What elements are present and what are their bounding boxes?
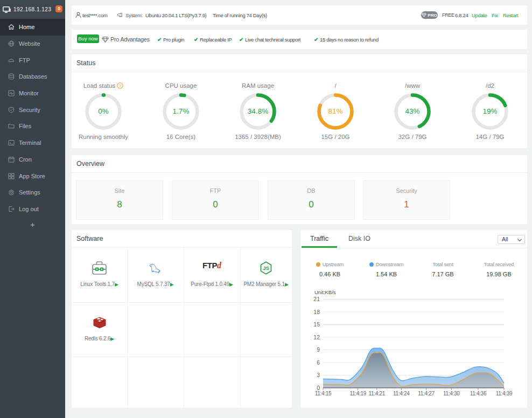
svg-text:11:4:27: 11:4:27 bbox=[418, 391, 435, 396]
svg-text:9: 9 bbox=[317, 346, 320, 353]
svg-text:11:4:30: 11:4:30 bbox=[443, 391, 460, 396]
svg-text:11:4:15: 11:4:15 bbox=[315, 391, 332, 396]
svg-text:11:4:19: 11:4:19 bbox=[349, 391, 366, 396]
svg-text:Unit:KB/s: Unit:KB/s bbox=[314, 289, 336, 295]
svg-text:12: 12 bbox=[313, 334, 320, 340]
svg-text:6: 6 bbox=[317, 359, 320, 366]
svg-text:?: ? bbox=[119, 83, 122, 88]
svg-text:11:4:24: 11:4:24 bbox=[393, 391, 410, 396]
svg-text:11:4:36: 11:4:36 bbox=[470, 391, 487, 396]
svg-text:11:4:21: 11:4:21 bbox=[369, 391, 386, 396]
svg-text:JS: JS bbox=[263, 265, 269, 271]
svg-text:15: 15 bbox=[313, 321, 320, 328]
svg-text:18: 18 bbox=[313, 309, 320, 315]
svg-text:21: 21 bbox=[313, 296, 320, 302]
svg-text:11:4:39: 11:4:39 bbox=[496, 391, 513, 396]
svg-text:3: 3 bbox=[317, 372, 320, 378]
svg-text:0: 0 bbox=[317, 385, 320, 391]
